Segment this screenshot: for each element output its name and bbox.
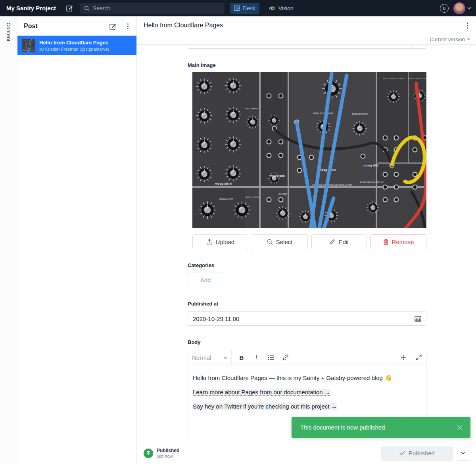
list-item-title: Hello from Cloudflare Pages [39,40,109,46]
clipped-field-input[interactable] [188,45,426,49]
tab-vision-label: Vision [278,5,294,11]
avatar [453,2,465,14]
select-label: Select [276,239,293,245]
toast-message: This document is now published. [300,424,456,431]
magnifier-icon [267,239,273,245]
text-style-select[interactable]: Normal [188,350,232,365]
search-icon [84,6,90,11]
link-button[interactable] [281,353,290,362]
main-image-preview[interactable] [192,72,426,228]
check-icon [399,451,405,455]
publish-status-text: Published [157,448,179,453]
upload-button[interactable]: Upload [192,234,248,249]
fullscreen-button[interactable] [411,350,426,365]
publish-time-text: just now [157,454,179,458]
publish-toast: This document is now published. [292,417,470,438]
publish-status-chip: Published just now [144,448,179,458]
body-link-docs[interactable]: Learn more about Pages from our document… [193,389,330,396]
edit-button[interactable]: Edit [311,234,367,249]
compose-icon [109,23,116,30]
desk-icon [234,5,240,11]
published-at-label: Published at [188,301,426,307]
insert-block-button[interactable] [396,350,411,365]
main-image-field: Upload Select Edit [188,72,426,249]
top-navbar: My Sanity Project Desk Vision 0 [0,0,476,17]
document-footer: Published just now Published [137,442,476,464]
compose-icon [66,5,73,11]
categories-label: Categories [188,262,426,268]
body-label: Body [188,339,426,345]
close-icon[interactable] [456,424,463,431]
tab-desk[interactable]: Desk [230,3,259,14]
pencil-icon [329,239,335,245]
rail-tab-content[interactable]: Content [6,23,12,42]
published-button-label: Published [409,450,435,456]
plus-icon [401,355,407,361]
synth-thumbnail-image [22,39,35,52]
chevron-down-icon [467,38,470,40]
list-item-thumbnail [22,39,35,52]
body-paragraph: Hello from Cloudflare Pages — this is my… [193,374,421,382]
remove-button[interactable]: Remove [370,234,426,249]
tab-vision[interactable]: Vision [265,3,298,14]
bold-button[interactable]: B [237,353,246,362]
document-list-pane: Post Hello from Cloudflare Pages by Kris… [17,17,137,464]
published-at-field [188,311,426,326]
upload-label: Upload [216,239,235,245]
list-item[interactable]: Hello from Cloudflare Pages by Kristian … [17,36,136,55]
version-selector[interactable]: Current version [430,36,470,42]
list-pane-title: Post [24,23,38,30]
body-link-twitter[interactable]: Say hey on Twitter if you're checking ou… [193,403,337,410]
italic-button[interactable]: i [251,353,261,362]
compose-button[interactable] [66,5,73,11]
chevron-down-icon [223,356,227,359]
tab-desk-label: Desk [243,5,255,11]
chevron-down-icon [461,452,465,454]
expand-icon [416,355,422,360]
published-button[interactable]: Published [381,446,453,461]
document-title: Hello from Cloudflare Pages [144,22,223,29]
user-menu[interactable] [453,2,471,14]
version-label: Current version [430,36,465,42]
document-header: Hello from Cloudflare Pages Current vers… [137,17,476,45]
text-style-value: Normal [192,354,223,361]
eye-icon [269,6,276,11]
bullet-list-icon [268,355,274,360]
tool-rail: Content [0,17,17,464]
calendar-icon[interactable] [415,315,421,322]
published-status-icon [144,449,153,458]
document-pane: Hello from Cloudflare Pages Current vers… [137,17,476,464]
select-button[interactable]: Select [252,234,308,249]
bullet-list-button[interactable] [266,353,276,362]
search-field[interactable] [80,3,225,14]
synth-photo [192,72,426,228]
new-document-button[interactable] [109,23,116,30]
remove-label: Remove [392,239,414,245]
published-at-input[interactable] [193,315,415,322]
list-pane-header: Post [17,17,136,36]
edit-label: Edit [338,239,349,245]
main-image-label: Main image [188,62,426,68]
trash-icon [383,239,389,245]
document-form-scroll[interactable]: Main image Upload [137,45,476,442]
add-category-button[interactable]: Add [188,273,223,287]
list-menu-button[interactable] [126,22,130,31]
notifications-badge[interactable]: 0 [440,4,449,13]
upload-icon [206,239,213,245]
body-editor-content[interactable]: Hello from Cloudflare Pages — this is my… [188,365,426,411]
chevron-down-icon [467,7,471,10]
publish-arrow-icon [146,451,151,456]
publish-menu-button[interactable] [457,446,469,461]
editor-toolbar: Normal B i [188,350,426,365]
list-item-subtitle: by Kristian Freeman (@signalnerve) [39,47,109,52]
project-title: My Sanity Project [6,5,56,11]
search-input[interactable] [93,5,212,11]
link-icon [282,354,289,361]
document-menu-button[interactable] [465,21,470,30]
